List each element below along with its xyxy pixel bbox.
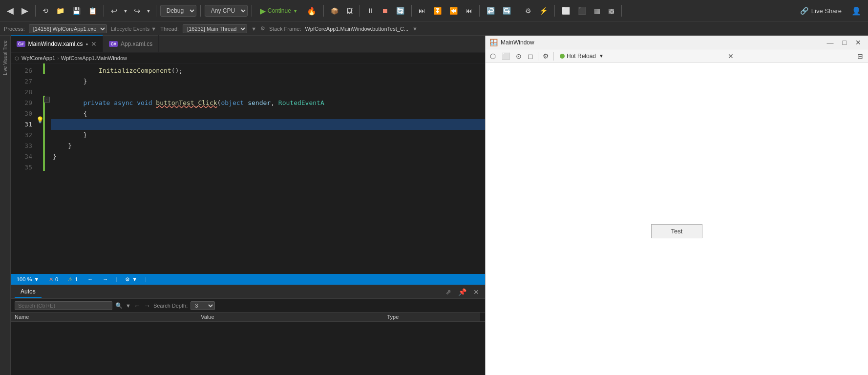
nav-back-status[interactable]: ← [85,276,95,282]
lightbulb-31[interactable]: 💡 [36,116,44,124]
ln-33: 33 [11,141,32,151]
debug-config-dropdown[interactable]: Debug [160,5,196,17]
wpf-toolbar-close[interactable]: ✕ [725,51,737,62]
code-content[interactable]: InitializeComponent(); } private async v… [51,63,485,274]
step-over-button[interactable]: ⏭ [416,5,428,17]
cpu-dropdown[interactable]: Any CPU [205,5,248,17]
stack-label: Stack Frame: [269,26,301,32]
thread-dropdown[interactable]: [16232] Main Thread [183,24,247,33]
table-scrollbar[interactable] [480,312,485,321]
fire-button[interactable]: 🔥 [304,4,319,18]
wpf-track-focused-button[interactable]: ⊙ [513,51,524,62]
wpf-test-button[interactable]: Test [651,224,703,238]
panel-tab-autos[interactable]: Autos [15,286,42,298]
wpf-display-root-button[interactable]: ⬜ [499,51,512,62]
search-options-button[interactable]: ▼ [126,303,131,309]
redo-button[interactable]: ↪ [131,4,143,18]
wpf-maximize-button[interactable]: □ [840,37,849,48]
continue-button[interactable]: ▶ Continue ▼ [256,5,302,17]
separator-4 [200,5,201,17]
forward-button[interactable]: ▶ [19,3,31,18]
process-dropdown[interactable]: [14156] WpfCoreApp1.exe [29,24,107,33]
wpf-select-element-button[interactable]: ⬡ [487,51,498,62]
panel-float-button[interactable]: ⇗ [444,287,453,297]
nav-back-icon: ← [87,276,93,282]
back-button[interactable]: ◀ [4,3,17,18]
tab-mainwindow-close[interactable]: ✕ [91,40,97,48]
toolbar-btn-2[interactable]: 🖼 [343,5,356,17]
toolbar-btn-1[interactable]: 📦 [328,5,341,17]
clipboard-button[interactable]: 📋 [85,5,100,17]
redo-dropdown[interactable]: ▼ [145,6,152,16]
error-count: 0 [55,276,58,282]
stop-button[interactable]: ⏹ [379,5,391,17]
step-back-button[interactable]: ⏮ [463,5,475,17]
search-prev-button[interactable]: ← [134,302,141,310]
status-bar: 100 % ▼ ✕ 0 ⚠ 1 ← → | ⚙ ▼ | [11,274,485,285]
undo-dropdown[interactable]: ▼ [122,6,129,16]
search-next-button[interactable]: → [144,302,150,310]
refresh-button[interactable]: ⟲ [40,5,51,17]
thread-settings-button[interactable]: ⚙ [260,25,265,32]
breadcrumb-class[interactable]: WpfCoreApp1.MainWindow [61,55,127,61]
wpf-settings-button[interactable]: ⚙ [540,51,551,62]
nav-fwd-status[interactable]: → [101,276,110,282]
autos-search-input[interactable] [15,301,112,310]
live-share-button[interactable]: 🔗 Live Share [795,5,847,17]
zoom-value: 100 % [17,276,32,282]
redo2-button[interactable]: ↪️ [500,5,514,17]
ln-28: 28 [11,87,32,98]
lightning-button[interactable]: ⚡ [536,5,550,17]
play-icon: ▶ [260,6,266,16]
open-file-button[interactable]: 📁 [53,5,67,17]
panel-close-button[interactable]: ✕ [471,287,481,297]
thread-filter-button[interactable]: ▼ [251,26,256,32]
wpf-toolbar-float[interactable]: ⊟ [854,51,866,62]
pause-button[interactable]: ⏸ [364,5,377,17]
undo2-button[interactable]: ↩️ [484,5,498,17]
restart-button[interactable]: 🔄 [393,5,407,17]
breadcrumb-project[interactable]: ⬡ WpfCoreApp1 [15,55,55,61]
col-type: Type [383,312,480,321]
step-out-button[interactable]: ⏪ [446,5,461,17]
code-area: 26 27 28 29 30 31 32 33 34 35 - 💡 [11,63,485,274]
grid4-button[interactable]: ▩ [605,5,617,17]
hot-reload-indicator [560,54,565,59]
settings-button[interactable]: ⚙ [522,5,534,17]
save-button[interactable]: 💾 [69,5,84,17]
breadcrumb-bar: ⬡ WpfCoreApp1 › WpfCoreApp1.MainWindow [11,53,485,63]
panel-pin-button[interactable]: 📌 [456,287,468,297]
wpf-minimize-button[interactable]: — [824,37,837,48]
separator-6 [323,5,324,17]
search-depth-select[interactable]: 3 [191,301,215,310]
warnings-status[interactable]: ⚠ 1 [66,276,80,283]
code-line-34: } [51,151,485,162]
code-line-31 [51,119,485,130]
grid1-button[interactable]: ⬜ [559,5,573,17]
separator-12 [621,5,622,17]
grid3-button[interactable]: ▦ [591,5,603,17]
tab-mainwindow-cs[interactable]: C# MainWindow.xaml.cs ● ✕ [11,35,103,52]
grid2-button[interactable]: ⬛ [575,5,589,17]
main-layout: Live Visual Tree C# MainWindow.xaml.cs ●… [0,36,868,375]
continue-dropdown: ▼ [293,8,298,14]
undo-button[interactable]: ↩ [108,4,120,18]
ln-32: 32 [11,130,32,141]
code-line-30: { [51,108,485,119]
errors-status[interactable]: ✕ 0 [47,276,60,283]
user-button[interactable]: 👤 [848,4,864,18]
git-indicator-26 [43,63,45,74]
fold-icon-29[interactable]: - [44,97,50,103]
zoom-status[interactable]: 100 % ▼ [15,276,41,282]
hot-reload-button[interactable]: Hot Reload ▼ [556,51,608,61]
stack-filter-button[interactable]: ▼ [412,26,418,32]
tab-app-xaml-cs[interactable]: C# App.xaml.cs [103,35,159,52]
lifecycle-events-button[interactable]: Lifecycle Events ▼ [111,26,156,32]
filter-status[interactable]: ⚙ ▼ [123,276,139,283]
wpf-show-adorner-button[interactable]: ◻ [525,51,536,62]
wpf-close-button[interactable]: ✕ [852,37,864,48]
step-into-button[interactable]: ⏬ [430,5,445,17]
live-visual-tree-label[interactable]: Live Visual Tree [2,41,8,75]
search-icon-button[interactable]: 🔍 [115,302,123,309]
wpf-debug-toolbar: ⬡ ⬜ ⊙ ◻ ⚙ Hot Reload ▼ ✕ ⊟ [486,49,868,63]
